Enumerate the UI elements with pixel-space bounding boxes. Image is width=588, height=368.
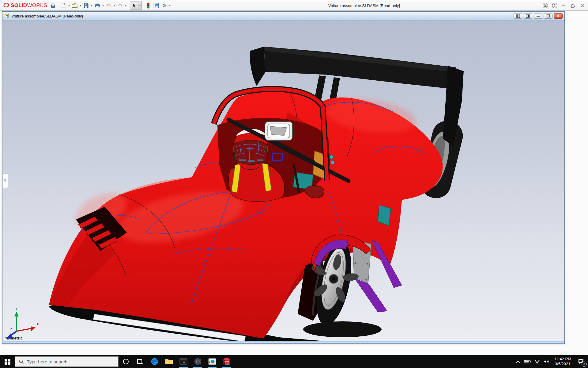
task-view-button[interactable] <box>133 355 147 368</box>
restore-button[interactable] <box>568 2 578 10</box>
feature-panel-collapse-tab[interactable] <box>3 173 8 188</box>
collapse-tab-dot <box>4 179 6 182</box>
tray-chevron-up-icon[interactable] <box>513 355 523 368</box>
document-window: Voiture assomblee.SLDASM [Read-only] <box>2 11 565 344</box>
taskbar-clock[interactable]: 12:42 PM 3/5/2021 <box>551 357 574 366</box>
driver-helmet <box>233 128 268 170</box>
graphics-viewport[interactable]: Y x z *Dimetric <box>3 21 564 342</box>
undo-dropdown[interactable]: ▾ <box>113 4 116 7</box>
dassault-logo-icon <box>3 2 10 9</box>
doc-pane-right-button[interactable] <box>524 13 532 19</box>
hexagon-app-taskbar-icon[interactable] <box>190 355 205 368</box>
print-button[interactable] <box>93 2 101 10</box>
undo-button[interactable] <box>105 2 113 10</box>
action-center-button[interactable]: 3 <box>574 355 588 368</box>
battery-icon[interactable] <box>523 355 532 368</box>
edge-taskbar-icon[interactable] <box>147 355 162 368</box>
new-document-dropdown[interactable]: ▾ <box>67 4 71 7</box>
notification-badge: 3 <box>582 362 587 367</box>
task-pane-list-button[interactable] <box>152 2 160 10</box>
home-button[interactable] <box>49 2 57 10</box>
quick-access-toolbar: ▾ ▾ ▾ ▾ ▾ ▾ <box>49 1 172 10</box>
minimize-button[interactable] <box>559 2 568 10</box>
taskbar-search[interactable] <box>15 356 119 367</box>
brand-text: SOLIDWORKS <box>11 2 47 9</box>
open-button[interactable] <box>71 2 79 10</box>
triad-x-label: x <box>37 322 39 326</box>
save-button[interactable] <box>82 2 90 10</box>
wifi-icon[interactable] <box>532 355 542 368</box>
assembly-file-icon <box>4 13 9 18</box>
app-title: Voiture assomblee.SLDASM [Read-only] <box>328 3 400 8</box>
performance-lights-icon[interactable] <box>144 2 152 10</box>
doc-close-button[interactable] <box>554 13 563 19</box>
document-window-controls <box>514 13 563 19</box>
clock-time: 12:42 PM <box>554 357 571 362</box>
air-intake-box <box>265 121 292 140</box>
new-document-button[interactable] <box>59 2 67 10</box>
select-tool-dropdown[interactable]: ▾ <box>138 2 141 9</box>
volume-icon[interactable] <box>542 355 551 368</box>
display-app-taskbar-icon[interactable] <box>205 355 219 368</box>
select-tool-button[interactable] <box>130 2 138 10</box>
brand-text-works: WORKS <box>27 2 47 8</box>
app-window-controls: ? <box>541 2 587 10</box>
screen: SOLIDWORKS ▸ ▾ ▾ ▾ ▾ <box>0 0 588 368</box>
file-explorer-taskbar-icon[interactable] <box>162 355 176 368</box>
start-button[interactable] <box>0 355 15 368</box>
cyan-knob <box>330 155 333 159</box>
mdi-area: Voiture assomblee.SLDASM [Read-only] <box>0 11 588 355</box>
settings-gear-button[interactable]: ⚙ <box>160 2 168 10</box>
search-icon <box>19 359 24 364</box>
system-tray: 12:42 PM 3/5/2021 3 <box>513 355 588 368</box>
orientation-triad: Y x z <box>6 307 39 339</box>
open-dropdown[interactable]: ▾ <box>79 4 82 7</box>
view-orientation-label: *Dimetric <box>5 336 23 340</box>
triad-z-label: z <box>10 327 12 331</box>
command-prompt-taskbar-icon[interactable]: C:\ <box>176 355 190 368</box>
gear-icon: ⚙ <box>162 2 166 9</box>
solidworks-taskbar-icon[interactable]: SW 2021 <box>219 355 234 368</box>
redo-dropdown[interactable]: ▾ <box>124 4 127 7</box>
doc-restore-button[interactable] <box>544 13 552 19</box>
save-dropdown[interactable]: ▾ <box>90 4 93 7</box>
close-app-button[interactable] <box>578 2 587 10</box>
triad-y-label: Y <box>15 307 18 311</box>
help-button[interactable]: ? <box>550 2 559 10</box>
sw-icon-text: SW <box>224 360 229 363</box>
redo-button[interactable] <box>116 2 124 10</box>
svg-text:?: ? <box>554 4 556 7</box>
account-button[interactable] <box>541 2 550 10</box>
windows-logo-icon <box>5 359 10 365</box>
doc-minimize-button[interactable] <box>534 13 542 19</box>
cyan-knob <box>331 161 334 164</box>
cortana-button[interactable] <box>119 355 133 368</box>
car-assembly-model[interactable]: Y x z <box>3 21 564 342</box>
brand-text-solid: SOLID <box>11 2 27 8</box>
sw-icon-year: 2021 <box>225 363 230 365</box>
select-tool-group: ▾ <box>130 2 142 10</box>
document-titlebar[interactable]: Voiture assomblee.SLDASM [Read-only] <box>2 12 564 21</box>
app-title-bar: SOLIDWORKS ▸ ▾ ▾ ▾ ▾ <box>0 0 588 11</box>
taskbar: C:\ SW 2021 <box>0 355 588 368</box>
print-dropdown[interactable]: ▾ <box>101 4 105 7</box>
clock-date: 3/5/2021 <box>554 362 571 366</box>
doc-pane-left-button[interactable] <box>514 13 522 19</box>
cmd-icon-glyph: C:\ <box>181 360 185 363</box>
document-title: Voiture assomblee.SLDASM [Read-only] <box>11 14 83 18</box>
settings-dropdown[interactable]: ▾ <box>168 4 172 7</box>
search-input[interactable] <box>27 359 115 364</box>
solidworks-logo: SOLIDWORKS ▸ <box>3 2 53 9</box>
